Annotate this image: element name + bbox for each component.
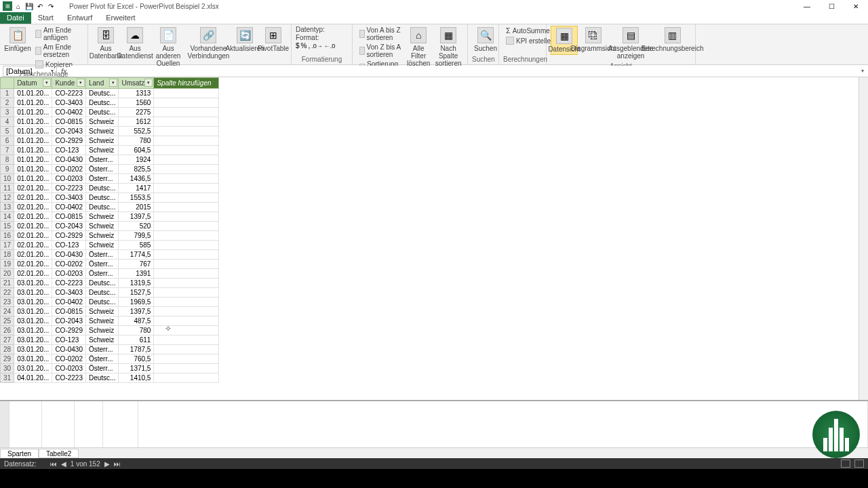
- table-row[interactable]: 1402.01.20...CO-0815Schweiz1397,5: [1, 212, 859, 222]
- filter-icon[interactable]: ▾: [144, 79, 153, 87]
- row-header[interactable]: 5: [1, 127, 14, 136]
- table-row[interactable]: 1102.01.20...CO-2223Deutsc...1417: [1, 184, 859, 193]
- cell-umsatz[interactable]: 604,5: [119, 146, 154, 155]
- cell-datum[interactable]: 01.01.20...: [14, 89, 52, 98]
- cell-umsatz[interactable]: 2015: [119, 203, 154, 212]
- cell-umsatz[interactable]: 520: [119, 222, 154, 231]
- cell-datum[interactable]: 03.01.20...: [14, 298, 52, 307]
- cell-empty[interactable]: [154, 307, 219, 317]
- filter-icon[interactable]: ▾: [109, 79, 117, 87]
- cell-kunde[interactable]: CO-0203: [52, 364, 86, 373]
- redo-icon[interactable]: ↷: [46, 1, 56, 11]
- cell-land[interactable]: Schweiz: [85, 127, 118, 136]
- cell-umsatz[interactable]: 1397,5: [119, 307, 154, 317]
- cell-kunde[interactable]: CO-2929: [52, 136, 86, 146]
- cell-datum[interactable]: 03.01.20...: [14, 326, 52, 336]
- cell-datum[interactable]: 02.01.20...: [14, 250, 52, 260]
- cell-datum[interactable]: 01.01.20...: [14, 136, 52, 146]
- cell-empty[interactable]: [154, 250, 219, 260]
- row-header[interactable]: 28: [1, 345, 14, 354]
- tab-erweitert[interactable]: Erweitert: [99, 12, 142, 24]
- cell-datum[interactable]: 02.01.20...: [14, 241, 52, 250]
- table-row[interactable]: 2203.01.20...CO-3403Deutsc...1527,5: [1, 288, 859, 298]
- home-icon[interactable]: ⌂: [14, 1, 23, 11]
- cell-empty[interactable]: [154, 212, 219, 222]
- table-row[interactable]: 2803.01.20...CO-0430Österr...1787,5: [1, 345, 859, 354]
- cell-kunde[interactable]: CO-2043: [52, 127, 86, 136]
- cell-umsatz[interactable]: 780: [119, 326, 154, 336]
- pivottable-button[interactable]: ⊞PivotTable: [260, 26, 287, 54]
- table-row[interactable]: 501.01.20...CO-2043Schweiz552,5: [1, 127, 859, 136]
- existing-conn-button[interactable]: 🔗Vorhandene Verbindungen: [187, 26, 230, 61]
- table-row[interactable]: 401.01.20...CO-0815Schweiz1612: [1, 117, 859, 127]
- cell-datum[interactable]: 02.01.20...: [14, 184, 52, 193]
- cell-kunde[interactable]: CO-123: [52, 241, 86, 250]
- cell-empty[interactable]: [154, 354, 219, 364]
- decimal-dec-icon[interactable]: ←.0: [324, 43, 336, 49]
- row-header[interactable]: 2: [1, 98, 14, 108]
- formula-input[interactable]: [71, 66, 857, 77]
- cell-datum[interactable]: 03.01.20...: [14, 307, 52, 317]
- cell-umsatz[interactable]: 1787,5: [119, 345, 154, 354]
- cell-umsatz[interactable]: 552,5: [119, 127, 154, 136]
- cell-empty[interactable]: [154, 136, 219, 146]
- cell-umsatz[interactable]: 1527,5: [119, 288, 154, 298]
- measure-area[interactable]: [0, 400, 868, 447]
- minimize-button[interactable]: —: [797, 1, 816, 12]
- row-header[interactable]: 15: [1, 222, 14, 231]
- cell-datum[interactable]: 02.01.20...: [14, 260, 52, 269]
- cell-kunde[interactable]: CO-3403: [52, 193, 86, 203]
- cell-land[interactable]: Österr...: [85, 269, 118, 279]
- cell-umsatz[interactable]: 1319,5: [119, 279, 154, 288]
- cell-land[interactable]: Schweiz: [85, 307, 118, 317]
- cell-kunde[interactable]: CO-0202: [52, 354, 86, 364]
- cell-kunde[interactable]: CO-0430: [52, 345, 86, 354]
- cell-land[interactable]: Deutsc...: [85, 89, 118, 98]
- cell-datum[interactable]: 02.01.20...: [14, 231, 52, 241]
- cell-datum[interactable]: 03.01.20...: [14, 354, 52, 364]
- cell-datum[interactable]: 02.01.20...: [14, 222, 52, 231]
- cell-umsatz[interactable]: 1969,5: [119, 298, 154, 307]
- chevron-down-icon[interactable]: ▾: [51, 68, 54, 74]
- table-row[interactable]: 1702.01.20...CO-123Schweiz585: [1, 241, 859, 250]
- cell-umsatz[interactable]: 1924: [119, 155, 154, 165]
- table-row[interactable]: 1302.01.20...CO-0402Deutsc...2015: [1, 203, 859, 212]
- undo-icon[interactable]: ↶: [35, 1, 45, 11]
- table-row[interactable]: 101.01.20...CO-2223Deutsc...1313: [1, 89, 859, 98]
- save-icon[interactable]: 💾: [24, 1, 34, 11]
- row-header[interactable]: 12: [1, 193, 14, 203]
- select-all-corner[interactable]: [1, 78, 14, 89]
- cell-datum[interactable]: 03.01.20...: [14, 317, 52, 326]
- row-header[interactable]: 11: [1, 184, 14, 193]
- cell-umsatz[interactable]: 585: [119, 241, 154, 250]
- table-row[interactable]: 1602.01.20...CO-2929Schweiz799,5: [1, 231, 859, 241]
- cell-land[interactable]: Österr...: [85, 155, 118, 165]
- cell-umsatz[interactable]: 760,5: [119, 354, 154, 364]
- cell-datum[interactable]: 01.01.20...: [14, 98, 52, 108]
- row-header[interactable]: 21: [1, 279, 14, 288]
- nav-next-button[interactable]: ▶: [104, 460, 110, 468]
- cell-datum[interactable]: 01.01.20...: [14, 174, 52, 184]
- row-header[interactable]: 10: [1, 174, 14, 184]
- cell-kunde[interactable]: CO-123: [52, 146, 86, 155]
- clear-filter-button[interactable]: ⌂Alle Filter löschen: [405, 26, 432, 68]
- cell-kunde[interactable]: CO-0203: [52, 269, 86, 279]
- refresh-button[interactable]: 🔄Aktualisieren: [231, 26, 258, 54]
- table-row[interactable]: 1001.01.20...CO-0203Österr...1436,5: [1, 174, 859, 184]
- cell-land[interactable]: Österr...: [85, 354, 118, 364]
- fx-label[interactable]: fx: [57, 67, 71, 75]
- cell-umsatz[interactable]: 2275: [119, 108, 154, 117]
- cell-land[interactable]: Schweiz: [85, 222, 118, 231]
- table-row[interactable]: 2603.01.20...CO-2929Schweiz780: [1, 326, 859, 336]
- table-row[interactable]: 2002.01.20...CO-0203Österr...1391: [1, 269, 859, 279]
- row-header[interactable]: 23: [1, 298, 14, 307]
- row-header[interactable]: 14: [1, 212, 14, 222]
- cell-umsatz[interactable]: 1410,5: [119, 373, 154, 383]
- cell-land[interactable]: Schweiz: [85, 336, 118, 345]
- row-header[interactable]: 4: [1, 117, 14, 127]
- row-header[interactable]: 20: [1, 269, 14, 279]
- col-header-datum[interactable]: Datum▾: [14, 78, 52, 89]
- decimal-inc-icon[interactable]: .0→: [311, 43, 323, 49]
- table-row[interactable]: 2403.01.20...CO-0815Schweiz1397,5: [1, 307, 859, 317]
- filter-icon[interactable]: ▾: [77, 79, 85, 87]
